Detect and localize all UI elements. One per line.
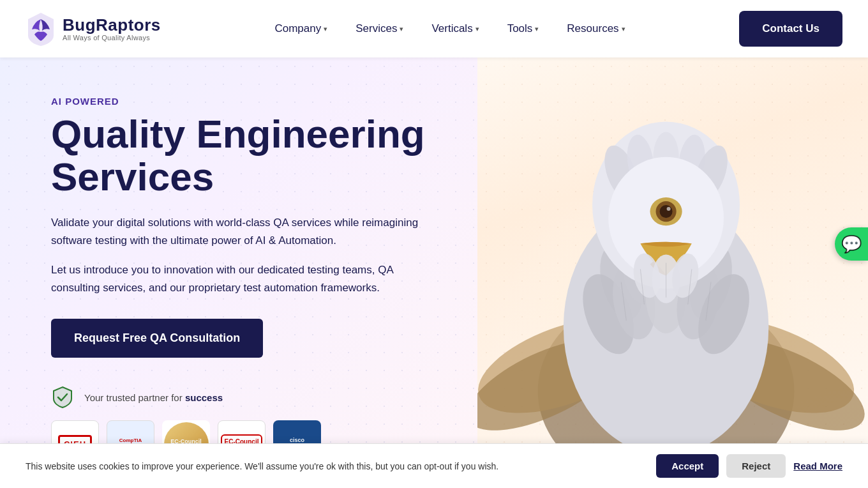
accept-cookies-button[interactable]: Accept <box>656 454 719 478</box>
logo-text: BugRaptors All Ways of Quality Always <box>63 16 161 42</box>
chevron-down-icon: ▾ <box>535 25 539 33</box>
chevron-down-icon: ▾ <box>622 25 625 33</box>
cookie-actions: Accept Reject Read More <box>656 454 842 478</box>
chevron-down-icon: ▾ <box>400 25 403 33</box>
request-consultation-button[interactable]: Request Free QA Consultation <box>51 319 263 358</box>
nav-verticals[interactable]: Verticals ▾ <box>420 17 490 40</box>
nav-tools[interactable]: Tools ▾ <box>496 17 551 40</box>
hero-title: Quality Engineering Services <box>51 113 445 199</box>
logo-name: BugRaptors <box>63 16 161 34</box>
trusted-text: Your trusted partner for success <box>84 392 223 403</box>
ai-badge: AI Powered <box>51 96 445 107</box>
chevron-down-icon: ▾ <box>475 25 479 33</box>
hero-section: AI Powered Quality Engineering Services … <box>0 57 868 488</box>
read-more-button[interactable]: Read More <box>793 461 842 471</box>
svg-point-27 <box>666 207 670 211</box>
trusted-partner-area: Your trusted partner for success <box>51 386 445 409</box>
reject-cookies-button[interactable]: Reject <box>726 454 786 478</box>
svg-point-26 <box>659 205 672 218</box>
logo-tagline: All Ways of Quality Always <box>63 34 161 42</box>
eagle-illustration <box>477 57 868 488</box>
chevron-down-icon: ▾ <box>324 25 327 33</box>
nav-company[interactable]: Company ▾ <box>263 17 339 40</box>
contact-us-button[interactable]: Contact Us <box>739 11 842 47</box>
eagle-svg <box>477 57 868 488</box>
cookie-banner: This website uses cookies to improve you… <box>0 443 868 488</box>
nav-resources[interactable]: Resources ▾ <box>555 17 636 40</box>
shield-icon <box>51 386 74 409</box>
whatsapp-icon: 💬 <box>841 234 862 254</box>
hero-description-2: Let us introduce you to innovation with … <box>51 261 421 297</box>
logo-icon <box>26 11 56 47</box>
nav-services[interactable]: Services ▾ <box>344 17 415 40</box>
logo-area[interactable]: BugRaptors All Ways of Quality Always <box>26 11 161 47</box>
whatsapp-button[interactable]: 💬 <box>835 227 868 261</box>
header: BugRaptors All Ways of Quality Always Co… <box>0 0 868 57</box>
hero-description-1: Validate your digital solutions with wor… <box>51 214 421 250</box>
hero-left: AI Powered Quality Engineering Services … <box>0 57 477 488</box>
hero-right <box>477 57 868 488</box>
cookie-text: This website uses cookies to improve you… <box>26 461 641 471</box>
main-nav: Company ▾ Services ▾ Verticals ▾ Tools ▾… <box>263 17 636 40</box>
